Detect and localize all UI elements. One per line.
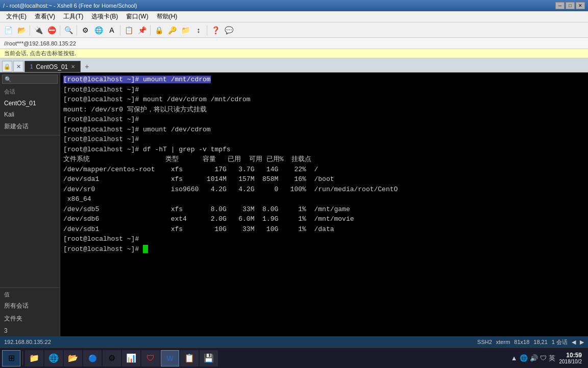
menu-item-w[interactable]: 窗口(W) <box>122 11 152 22</box>
connect-button[interactable]: 🔌 <box>32 24 44 36</box>
tray-security[interactable]: 🛡 <box>540 354 547 362</box>
taskbar-antivirus[interactable]: 🛡 <box>141 350 160 366</box>
terminal-line-13: /dev/sdb5 xfs 8.0G 33M 8.0G 1% /mnt/game <box>63 204 585 215</box>
font-button[interactable]: A <box>106 24 118 36</box>
terminal-line-5: [root@localhost ~]# umount /dev/cdrom <box>63 125 585 135</box>
term-highlight: [root@localhost ~]# umount /mnt/cdrom <box>63 76 211 83</box>
new-tab-button[interactable]: 📄 <box>2 24 14 36</box>
copy-button[interactable]: 📋 <box>122 24 135 36</box>
properties-button[interactable]: 🌐 <box>92 24 105 36</box>
status-bar-right: SSH2 xterm 81x18 18,21 1 会话 ◀ ▶ <box>477 338 584 346</box>
main-content: 会话 CentOS_01 Kali 新建会话 值 所有会话 文件夹 3 [roo… <box>0 73 588 336</box>
terminal-line-11: /dev/sr0 iso9660 4.2G 4.2G 0 100% /run/m… <box>63 185 585 195</box>
session-info-text: 当前会话, 点击右击标签按钮. <box>4 50 76 57</box>
status-cursor-pos: 18,21 <box>533 339 548 345</box>
menu-item-t[interactable]: 工具(T) <box>59 11 87 22</box>
status-bar: 192.168.80.135:22 SSH2 xterm 81x18 18,21… <box>0 336 588 348</box>
menu-bar: 文件(E)查看(V)工具(T)选项卡(B)窗口(W)帮助(H) <box>0 11 588 22</box>
toolbar-separator-5 <box>150 25 151 35</box>
menu-item-v[interactable]: 查看(V) <box>31 11 59 22</box>
taskbar-chrome[interactable]: 🔵 <box>83 350 102 366</box>
taskbar-word[interactable]: W <box>161 350 179 366</box>
tab-close-all-button[interactable]: ✕ <box>13 61 23 72</box>
address-bar: //root***@192.168.80.135:22 <box>0 38 588 49</box>
toolbar-separator-3 <box>77 25 77 35</box>
search-button[interactable]: 🔍 <box>62 24 75 36</box>
tab-lock-button[interactable]: 🔒 <box>2 61 12 72</box>
terminal[interactable]: [root@localhost ~]# umount /mnt/cdrom[ro… <box>60 73 588 336</box>
sidebar-search-input[interactable] <box>2 75 58 84</box>
system-tray: ▲ 🌐 🔊 🛡 英 10:59 2018/10/2 <box>509 352 586 364</box>
menu-item-e[interactable]: 文件(E) <box>2 11 31 22</box>
sidebar-separator-1 <box>0 135 60 135</box>
settings-button[interactable]: ⚙ <box>79 24 91 36</box>
clock[interactable]: 10:59 2018/10/2 <box>557 352 584 364</box>
sidebar-item-all-sessions[interactable]: 所有会话 <box>0 300 60 312</box>
taskbar-app9[interactable]: 📋 <box>180 350 199 366</box>
transfer-button[interactable]: ↕ <box>192 24 205 36</box>
status-ip: 192.168.80.135:22 <box>4 339 51 345</box>
tray-expand[interactable]: ▲ <box>511 354 518 362</box>
taskbar-app10[interactable]: 💾 <box>200 350 218 366</box>
taskbar-file-explorer[interactable]: 📁 <box>25 350 43 366</box>
tray-network[interactable]: 🌐 <box>520 354 528 362</box>
status-terminal-size: 81x18 <box>514 339 529 345</box>
terminal-line-9: /dev/mapper/centos-root xfs 17G 3.7G 14G… <box>63 165 585 175</box>
tray-lang[interactable]: 英 <box>549 354 555 363</box>
help-button[interactable]: ❓ <box>209 24 222 36</box>
terminal-line-0: [root@localhost ~]# umount /mnt/cdrom <box>63 75 585 85</box>
status-encoding: xterm <box>496 339 510 345</box>
status-sessions: 1 会话 <box>552 338 568 346</box>
lock-button[interactable]: 🔒 <box>153 24 165 36</box>
terminal-line-16: [root@localhost ~]# <box>63 234 585 244</box>
taskbar-spreadsheet[interactable]: 📊 <box>122 350 140 366</box>
tray-volume[interactable]: 🔊 <box>530 354 538 362</box>
menu-item-h[interactable]: 帮助(H) <box>153 11 182 22</box>
taskbar-ie[interactable]: 🌐 <box>44 350 63 366</box>
terminal-line-17: [root@localhost ~]# <box>63 244 585 255</box>
sidebar-item-centos01[interactable]: CentOS_01 <box>0 98 60 109</box>
terminal-line-4: [root@localhost ~]# <box>63 114 585 125</box>
status-protocol: SSH2 <box>477 339 492 345</box>
sidebar-label-value: 值 <box>0 290 60 300</box>
disconnect-button[interactable]: ⛔ <box>45 24 58 36</box>
tab-add-button[interactable]: + <box>82 61 92 72</box>
sidebar-section-sessions: 会话 <box>0 86 60 98</box>
paste-button[interactable]: 📌 <box>136 24 148 36</box>
taskbar-file-manager[interactable]: 📂 <box>64 350 82 366</box>
terminal-line-10: /dev/sda1 xfs 1014M 157M 858M 16% /boot <box>63 174 585 185</box>
folder-button[interactable]: 📁 <box>179 24 191 36</box>
toolbar-separator-1 <box>30 25 30 35</box>
taskbar-separator <box>22 351 23 365</box>
sidebar: 会话 CentOS_01 Kali 新建会话 值 所有会话 文件夹 3 <box>0 73 60 336</box>
taskbar: ⊞ 📁 🌐 📂 🔵 ⚙ 📊 🛡 W 📋 💾 ▲ 🌐 🔊 🛡 英 10:59 20… <box>0 348 588 368</box>
taskbar-start[interactable]: ⊞ <box>2 350 20 366</box>
menu-item-b[interactable]: 选项卡(B) <box>87 11 122 22</box>
status-nav-left[interactable]: ◀ <box>572 339 576 346</box>
taskbar-settings[interactable]: ⚙ <box>103 350 121 366</box>
clock-date: 2018/10/2 <box>559 359 582 364</box>
open-button[interactable]: 📂 <box>15 24 28 36</box>
maximize-button[interactable]: □ <box>566 2 575 9</box>
sidebar-item-count: 3 <box>0 325 60 336</box>
sidebar-item-kali[interactable]: Kali <box>0 109 60 120</box>
title-bar: / - root@localhost:~ - Xshell 6 (Free fo… <box>0 0 588 11</box>
tab-name: CentOS_01 <box>36 63 68 71</box>
sidebar-item-folder[interactable]: 文件夹 <box>0 312 60 325</box>
key-button[interactable]: 🔑 <box>166 24 178 36</box>
tab-close-icon[interactable]: ✕ <box>71 64 75 70</box>
sidebar-new-session[interactable]: 新建会话 <box>0 120 60 133</box>
status-nav-right[interactable]: ▶ <box>580 339 584 346</box>
compose-button[interactable]: 💬 <box>223 24 235 36</box>
terminal-line-8: 文件系统 类型 容量 已用 可用 已用% 挂载点 <box>63 154 585 165</box>
toolbar-separator-2 <box>60 25 60 35</box>
terminal-line-12: x86_64 <box>63 194 585 204</box>
sidebar-search-area <box>0 73 60 86</box>
tab-number: 1 <box>30 64 33 70</box>
tab-centos01[interactable]: 1 CentOS_01 ✕ <box>24 61 81 72</box>
title-text: / - root@localhost:~ - Xshell 6 (Free fo… <box>3 3 137 9</box>
close-button[interactable]: ✕ <box>576 2 585 9</box>
minimize-button[interactable]: ─ <box>555 2 565 9</box>
terminal-line-3: mount: /dev/sr0 写保护，将以只读方式挂载 <box>63 105 585 115</box>
terminal-line-6: [root@localhost ~]# <box>63 134 585 145</box>
